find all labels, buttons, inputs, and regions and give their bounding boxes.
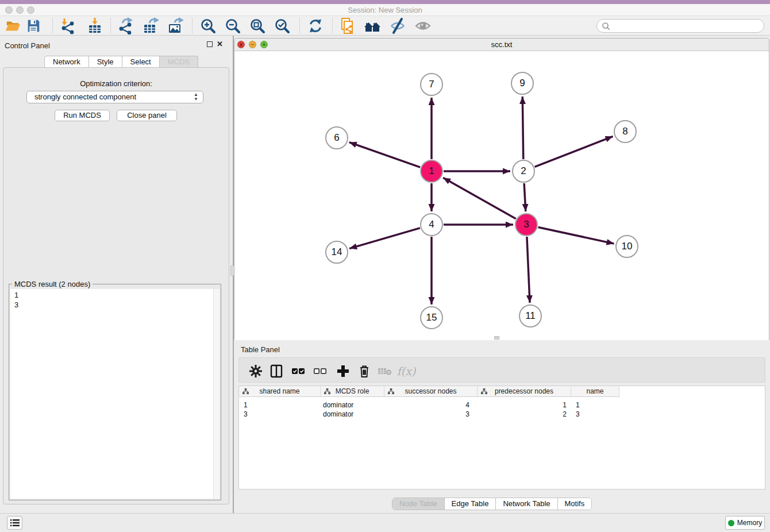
select-all-icon[interactable] — [290, 363, 307, 380]
criterion-dropdown[interactable]: strongly connected component ▲▼ — [26, 91, 203, 103]
delete-icon[interactable] — [356, 363, 373, 380]
float-panel-icon[interactable] — [207, 41, 213, 47]
tab-network-table[interactable]: Network Table — [495, 498, 557, 510]
memory-button[interactable]: Memory — [725, 516, 765, 530]
app-titlebar: Session: New Session — [0, 4, 770, 16]
control-panel-tabs: Network Style Select MCDS — [44, 56, 198, 68]
close-panel-button[interactable]: Close panel — [117, 110, 177, 121]
graph-edge[interactable] — [538, 227, 614, 244]
cell-successor-nodes: 3 — [384, 410, 469, 419]
tab-style[interactable]: Style — [89, 56, 122, 68]
graph-node-15[interactable]: 15 — [420, 306, 443, 329]
graph-node-4[interactable]: 4 — [420, 213, 443, 236]
tree-icon — [242, 388, 249, 395]
cell-name: 3 — [576, 410, 580, 419]
zoom-in-icon[interactable] — [199, 17, 217, 34]
column-header-successor-nodes[interactable]: successor nodes — [384, 386, 478, 397]
graph-edge[interactable] — [443, 178, 516, 218]
search-input[interactable] — [612, 21, 760, 31]
graph-edge[interactable] — [522, 97, 523, 159]
split-view-icon[interactable] — [268, 363, 285, 380]
tab-network[interactable]: Network — [44, 56, 89, 68]
graph-node-10[interactable]: 10 — [615, 235, 638, 258]
column-header-name[interactable]: name — [571, 386, 619, 397]
zoom-fit-icon[interactable] — [249, 17, 266, 34]
network-splitter-grip[interactable] — [494, 336, 499, 340]
add-icon[interactable] — [334, 363, 352, 380]
tab-edge-table[interactable]: Edge Table — [444, 498, 496, 510]
graph-node-1[interactable]: 1 — [420, 160, 443, 183]
gear-icon[interactable] — [247, 363, 264, 380]
graph-node-2[interactable]: 2 — [512, 160, 535, 183]
export-network-icon[interactable] — [117, 17, 134, 34]
search-box — [596, 19, 764, 33]
graph-node-3[interactable]: 3 — [515, 213, 538, 236]
cell-shared-name: 1 — [244, 400, 248, 410]
graph-edge[interactable] — [527, 237, 530, 303]
mcds-result-box: MCDS result (2 nodes) 1 3 — [9, 284, 221, 500]
node-table[interactable]: shared name MCDS role successor nodes pr… — [238, 385, 765, 489]
graph-node-11[interactable]: 11 — [519, 304, 542, 327]
tab-mcds[interactable]: MCDS — [160, 56, 198, 68]
table-toolbar: f(x) — [238, 357, 765, 383]
graph-edge[interactable] — [535, 136, 613, 167]
import-table-icon[interactable] — [86, 17, 103, 34]
mcds-result-title: MCDS result (2 nodes) — [12, 280, 93, 288]
memory-status-icon — [728, 520, 734, 526]
refresh-icon[interactable] — [307, 17, 324, 34]
cell-predecessor-nodes: 1 — [478, 400, 567, 410]
tree-icon — [481, 388, 487, 395]
tab-select[interactable]: Select — [122, 56, 160, 68]
column-header-shared-name[interactable]: shared name — [239, 386, 321, 397]
graph-node-8[interactable]: 8 — [614, 120, 637, 143]
close-panel-icon[interactable]: ✕ — [217, 41, 223, 47]
function-builder-icon: f(x) — [398, 363, 415, 380]
toolbar-separator — [110, 18, 111, 33]
network-canvas[interactable]: 1234678910111415 — [234, 51, 769, 340]
tree-icon — [388, 388, 394, 395]
graph-edge[interactable] — [524, 183, 526, 211]
graph-node-6[interactable]: 6 — [325, 126, 348, 149]
column-header-predecessor-nodes[interactable]: predecessor nodes — [478, 386, 571, 397]
cell-name: 1 — [576, 400, 580, 410]
cell-successor-nodes: 4 — [384, 400, 469, 410]
home-icon[interactable] — [364, 17, 381, 34]
graph-edges — [349, 97, 614, 304]
zoom-selected-icon[interactable] — [274, 17, 291, 34]
optimization-criterion-label: Optimization criterion: — [3, 79, 229, 88]
show-eye-icon — [414, 17, 432, 34]
tab-node-table[interactable]: Node Table — [392, 498, 444, 510]
column-header-mcds-role[interactable]: MCDS role — [321, 386, 384, 397]
graph-node-14[interactable]: 14 — [325, 241, 348, 264]
cell-shared-name: 3 — [244, 410, 248, 419]
criterion-value: strongly connected component — [34, 92, 136, 101]
graph-node-7[interactable]: 7 — [420, 73, 443, 96]
search-icon — [602, 22, 611, 31]
window-title: Session: New Session — [0, 6, 770, 14]
tab-motifs[interactable]: Motifs — [557, 498, 592, 510]
save-session-icon[interactable] — [25, 17, 42, 34]
tree-icon — [324, 388, 330, 395]
network-window-titlebar: x − + scc.txt — [234, 38, 769, 51]
network-from-clipboard-icon[interactable] — [338, 17, 356, 34]
mcds-result-text: 1 3 — [10, 289, 220, 499]
control-panel-buttons: ✕ — [207, 41, 223, 47]
zoom-out-icon[interactable] — [224, 17, 241, 34]
export-image-icon[interactable] — [167, 17, 184, 34]
deselect-all-icon[interactable] — [311, 363, 329, 380]
import-network-icon[interactable] — [59, 17, 76, 34]
memory-label: Memory — [737, 519, 762, 527]
cell-predecessor-nodes: 2 — [478, 410, 567, 419]
hide-panel-icon[interactable] — [389, 17, 406, 34]
export-table-icon[interactable] — [142, 17, 159, 34]
graph-edge[interactable] — [349, 228, 420, 249]
run-mcds-button[interactable]: Run MCDS — [55, 110, 110, 121]
result-scrollbar[interactable] — [213, 289, 220, 499]
toolbar-separator — [332, 18, 333, 33]
task-history-button[interactable] — [7, 516, 22, 530]
desktop-strip — [0, 0, 770, 4]
open-session-icon[interactable] — [4, 17, 21, 34]
graph-edge[interactable] — [349, 142, 420, 167]
graph-node-9[interactable]: 9 — [511, 72, 534, 95]
control-panel: Control Panel ✕ Network Style Select MCD… — [0, 36, 233, 513]
